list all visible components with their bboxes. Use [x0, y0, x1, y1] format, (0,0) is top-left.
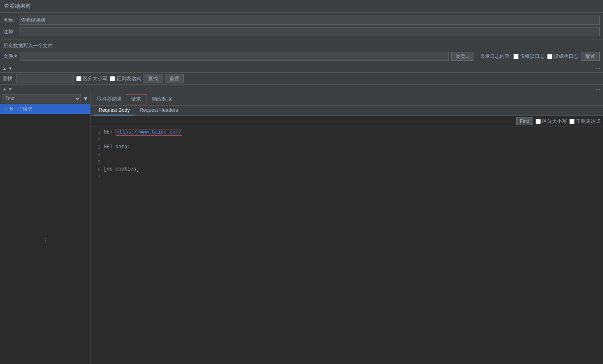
comment-row: 注释:	[3, 26, 600, 37]
search-label: 查找:	[2, 75, 14, 82]
name-label: 名称:	[3, 17, 16, 24]
find-regex-checkbox[interactable]	[569, 119, 575, 124]
shield-icon: 🛡	[3, 107, 8, 112]
sidebar-empty: ⋮	[0, 114, 90, 364]
type-select[interactable]: Text	[2, 94, 81, 103]
response-tab[interactable]: 响应数据	[147, 94, 177, 104]
only-error-checkbox[interactable]	[513, 54, 519, 59]
collapse-arrow-top2[interactable]: ▼	[8, 66, 12, 71]
dots-btn-top[interactable]: ···	[596, 65, 601, 71]
code-line-1: 1 GET https://www.baidu.com/	[90, 129, 603, 136]
comment-input[interactable]	[19, 27, 600, 36]
show-log-label: 显示日志内容:	[480, 53, 511, 60]
sidebar: Text ▼ 🛡 HTTP请求 ⋮	[0, 93, 90, 364]
sampler-label: 取样器结果	[94, 95, 125, 104]
regex-label[interactable]: 正则表达式	[110, 75, 141, 82]
find-button[interactable]: 查找	[144, 74, 162, 83]
collapse-arrow-mid2[interactable]: ▼	[8, 87, 12, 91]
code-line-2: 2	[90, 136, 603, 143]
url-link[interactable]: https://www.baidu.com/	[116, 129, 182, 136]
find-area: Find 区分大小写 正则表达式	[90, 116, 603, 127]
name-row: 名称:	[3, 14, 600, 26]
sub-tabs: Request Body Request Headers	[90, 106, 603, 116]
file-section: 所有数据写入一个文件 文件名 浏览... 显示日志内容: 仅错误日志 仅成功日志…	[0, 39, 603, 64]
reset-button[interactable]: 重置	[165, 74, 184, 83]
content-area: 取样器结果 请求 响应数据 Request Body Request Heade…	[90, 93, 603, 364]
find-case-checkbox[interactable]	[536, 119, 541, 124]
only-success-checkbox-label[interactable]: 仅成功日志	[547, 53, 578, 60]
code-area: 1 GET https://www.baidu.com/ 2 3 GET dat…	[90, 127, 603, 364]
only-error-checkbox-label[interactable]: 仅错误日志	[513, 53, 545, 60]
name-input[interactable]	[19, 16, 600, 25]
title-text: 查看结果树	[4, 3, 31, 9]
case-sensitive-checkbox[interactable]	[76, 76, 81, 81]
file-info-row: 所有数据写入一个文件	[3, 41, 600, 51]
sidebar-toolbar: Text ▼	[0, 93, 90, 104]
sidebar-vertical-dots[interactable]: ⋮	[42, 237, 49, 244]
filename-input[interactable]	[21, 52, 449, 61]
find-btn[interactable]: Find	[516, 117, 533, 125]
request-body-tab[interactable]: Request Body	[94, 106, 135, 115]
tree-item-http[interactable]: 🛡 HTTP请求	[0, 104, 90, 114]
search-bar: 查找: 区分大小写 正则表达式 查找 重置	[0, 73, 603, 85]
filename-label: 文件名	[3, 53, 18, 60]
request-headers-tab[interactable]: Request Headers	[135, 106, 183, 115]
dots-btn-mid[interactable]: ···	[596, 85, 601, 92]
regex-checkbox[interactable]	[110, 76, 115, 81]
comment-label: 注释:	[3, 28, 16, 35]
code-line-7: 7	[90, 173, 603, 180]
browse-button[interactable]: 浏览...	[451, 52, 474, 61]
request-tab[interactable]: 请求	[126, 94, 146, 104]
find-regex-label[interactable]: 正则表达式	[569, 118, 601, 125]
code-line-5: 5	[90, 158, 603, 166]
code-line-3: 3 GET data:	[90, 143, 603, 151]
code-line-4: 4	[90, 151, 603, 158]
config-button[interactable]: 配置	[581, 52, 600, 61]
title-bar: 查看结果树	[0, 0, 603, 13]
form-section: 名称: 注释:	[0, 13, 603, 39]
only-success-checkbox[interactable]	[547, 54, 552, 59]
file-description: 所有数据写入一个文件	[3, 42, 53, 49]
search-input[interactable]	[16, 74, 74, 83]
collapse-arrow-mid[interactable]: ▲	[2, 87, 7, 91]
collapsible-bar-top: ▲ ▼ ···	[0, 64, 603, 73]
sidebar-dots-icon[interactable]: ▼	[83, 95, 88, 102]
code-line-6: 6 [no cookies]	[90, 166, 603, 173]
find-case-label[interactable]: 区分大小写	[536, 118, 567, 125]
tab-bar: 取样器结果 请求 响应数据	[90, 93, 603, 106]
tree-item-label: HTTP请求	[10, 106, 32, 113]
filename-row: 文件名 浏览... 显示日志内容: 仅错误日志 仅成功日志 配置	[3, 51, 600, 62]
main-container: Text ▼ 🛡 HTTP请求 ⋮ 取样器结果 请求 响应数据 Request …	[0, 93, 603, 364]
collapse-arrow-top[interactable]: ▲	[2, 66, 7, 71]
collapsible-bar-mid: ▲ ▼ ···	[0, 85, 603, 93]
case-sensitive-label[interactable]: 区分大小写	[76, 75, 107, 82]
